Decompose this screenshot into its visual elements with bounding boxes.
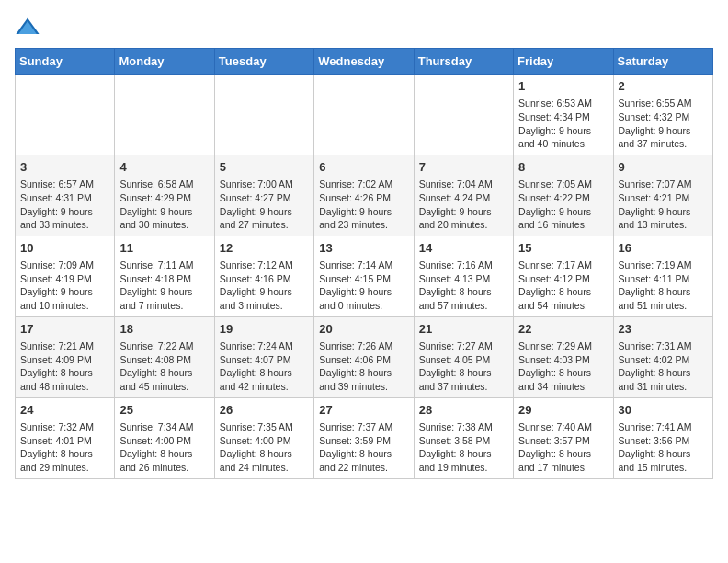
- day-info: Sunrise: 7:09 AM Sunset: 4:19 PM Dayligh…: [20, 259, 109, 313]
- day-number: 15: [518, 240, 608, 257]
- calendar-week-row: 1Sunrise: 6:53 AM Sunset: 4:34 PM Daylig…: [16, 75, 713, 155]
- calendar-cell: 13Sunrise: 7:14 AM Sunset: 4:15 PM Dayli…: [314, 236, 414, 316]
- calendar-cell: 9Sunrise: 7:07 AM Sunset: 4:21 PM Daylig…: [613, 155, 712, 236]
- column-header-saturday: Saturday: [613, 49, 712, 75]
- day-number: 12: [220, 240, 309, 257]
- calendar-cell: 27Sunrise: 7:37 AM Sunset: 3:59 PM Dayli…: [314, 397, 414, 478]
- day-info: Sunrise: 7:41 AM Sunset: 3:56 PM Dayligh…: [619, 420, 708, 475]
- day-info: Sunrise: 6:57 AM Sunset: 4:31 PM Dayligh…: [20, 178, 109, 232]
- calendar-cell: 7Sunrise: 7:04 AM Sunset: 4:24 PM Daylig…: [414, 155, 513, 236]
- day-info: Sunrise: 6:58 AM Sunset: 4:29 PM Dayligh…: [119, 178, 209, 232]
- day-info: Sunrise: 7:02 AM Sunset: 4:26 PM Dayligh…: [319, 178, 408, 232]
- calendar-cell: 16Sunrise: 7:19 AM Sunset: 4:11 PM Dayli…: [613, 236, 712, 316]
- logo: [15, 15, 44, 40]
- day-number: 24: [20, 402, 109, 419]
- day-number: 17: [20, 321, 109, 338]
- calendar-week-row: 10Sunrise: 7:09 AM Sunset: 4:19 PM Dayli…: [16, 236, 713, 316]
- page-header: [15, 15, 713, 40]
- calendar-cell: 11Sunrise: 7:11 AM Sunset: 4:18 PM Dayli…: [115, 236, 214, 316]
- day-number: 20: [319, 321, 408, 338]
- calendar-cell: 10Sunrise: 7:09 AM Sunset: 4:19 PM Dayli…: [16, 236, 115, 316]
- calendar-cell: 19Sunrise: 7:24 AM Sunset: 4:07 PM Dayli…: [214, 316, 313, 397]
- calendar-cell: 26Sunrise: 7:35 AM Sunset: 4:00 PM Dayli…: [214, 397, 313, 478]
- day-number: 19: [220, 321, 309, 338]
- day-number: 18: [119, 321, 209, 338]
- calendar-cell: 21Sunrise: 7:27 AM Sunset: 4:05 PM Dayli…: [414, 316, 513, 397]
- day-number: 21: [419, 321, 508, 338]
- day-number: 7: [419, 159, 508, 176]
- day-info: Sunrise: 7:32 AM Sunset: 4:01 PM Dayligh…: [20, 420, 109, 475]
- column-header-monday: Monday: [115, 49, 214, 75]
- column-header-tuesday: Tuesday: [214, 49, 313, 75]
- day-number: 10: [20, 240, 109, 257]
- calendar-cell: 14Sunrise: 7:16 AM Sunset: 4:13 PM Dayli…: [414, 236, 513, 316]
- day-number: 14: [419, 240, 508, 257]
- day-info: Sunrise: 7:37 AM Sunset: 3:59 PM Dayligh…: [319, 420, 408, 475]
- calendar-cell: [214, 75, 313, 155]
- calendar-cell: 17Sunrise: 7:21 AM Sunset: 4:09 PM Dayli…: [16, 316, 115, 397]
- day-number: 3: [20, 159, 109, 176]
- day-number: 9: [619, 159, 708, 176]
- day-number: 26: [220, 402, 309, 419]
- calendar-cell: 18Sunrise: 7:22 AM Sunset: 4:08 PM Dayli…: [115, 316, 214, 397]
- column-header-friday: Friday: [514, 49, 613, 75]
- day-info: Sunrise: 7:27 AM Sunset: 4:05 PM Dayligh…: [419, 339, 508, 394]
- day-info: Sunrise: 7:38 AM Sunset: 3:58 PM Dayligh…: [419, 420, 508, 475]
- calendar-week-row: 17Sunrise: 7:21 AM Sunset: 4:09 PM Dayli…: [16, 316, 713, 397]
- day-number: 8: [518, 159, 608, 176]
- calendar-cell: 25Sunrise: 7:34 AM Sunset: 4:00 PM Dayli…: [115, 397, 214, 478]
- column-header-wednesday: Wednesday: [314, 49, 414, 75]
- day-info: Sunrise: 7:21 AM Sunset: 4:09 PM Dayligh…: [20, 339, 109, 394]
- day-number: 13: [319, 240, 408, 257]
- calendar-cell: 12Sunrise: 7:12 AM Sunset: 4:16 PM Dayli…: [214, 236, 313, 316]
- calendar-week-row: 24Sunrise: 7:32 AM Sunset: 4:01 PM Dayli…: [16, 397, 713, 478]
- calendar-table: SundayMondayTuesdayWednesdayThursdayFrid…: [15, 48, 713, 479]
- day-info: Sunrise: 7:31 AM Sunset: 4:02 PM Dayligh…: [619, 339, 708, 394]
- column-header-sunday: Sunday: [16, 49, 115, 75]
- day-number: 4: [119, 159, 209, 176]
- day-info: Sunrise: 7:35 AM Sunset: 4:00 PM Dayligh…: [220, 420, 309, 475]
- day-number: 16: [619, 240, 708, 257]
- day-number: 6: [319, 159, 408, 176]
- day-info: Sunrise: 6:55 AM Sunset: 4:32 PM Dayligh…: [619, 97, 708, 151]
- calendar-cell: 23Sunrise: 7:31 AM Sunset: 4:02 PM Dayli…: [613, 316, 712, 397]
- calendar-week-row: 3Sunrise: 6:57 AM Sunset: 4:31 PM Daylig…: [16, 155, 713, 236]
- day-info: Sunrise: 7:19 AM Sunset: 4:11 PM Dayligh…: [619, 259, 708, 313]
- calendar-cell: [414, 75, 513, 155]
- calendar-cell: [314, 75, 414, 155]
- day-info: Sunrise: 7:04 AM Sunset: 4:24 PM Dayligh…: [419, 178, 508, 232]
- calendar-cell: 28Sunrise: 7:38 AM Sunset: 3:58 PM Dayli…: [414, 397, 513, 478]
- day-number: 22: [518, 321, 608, 338]
- calendar-cell: 22Sunrise: 7:29 AM Sunset: 4:03 PM Dayli…: [514, 316, 613, 397]
- day-info: Sunrise: 7:17 AM Sunset: 4:12 PM Dayligh…: [518, 259, 608, 313]
- calendar-cell: 20Sunrise: 7:26 AM Sunset: 4:06 PM Dayli…: [314, 316, 414, 397]
- calendar-cell: 3Sunrise: 6:57 AM Sunset: 4:31 PM Daylig…: [16, 155, 115, 236]
- calendar-cell: 8Sunrise: 7:05 AM Sunset: 4:22 PM Daylig…: [514, 155, 613, 236]
- day-number: 27: [319, 402, 408, 419]
- calendar-cell: 29Sunrise: 7:40 AM Sunset: 3:57 PM Dayli…: [514, 397, 613, 478]
- logo-icon: [15, 15, 40, 40]
- day-info: Sunrise: 7:40 AM Sunset: 3:57 PM Dayligh…: [518, 420, 608, 475]
- calendar-cell: 6Sunrise: 7:02 AM Sunset: 4:26 PM Daylig…: [314, 155, 414, 236]
- day-number: 25: [119, 402, 209, 419]
- day-info: Sunrise: 7:22 AM Sunset: 4:08 PM Dayligh…: [119, 339, 209, 394]
- calendar-cell: 2Sunrise: 6:55 AM Sunset: 4:32 PM Daylig…: [613, 75, 712, 155]
- day-info: Sunrise: 7:14 AM Sunset: 4:15 PM Dayligh…: [319, 259, 408, 313]
- calendar-cell: 15Sunrise: 7:17 AM Sunset: 4:12 PM Dayli…: [514, 236, 613, 316]
- calendar-cell: 4Sunrise: 6:58 AM Sunset: 4:29 PM Daylig…: [115, 155, 214, 236]
- day-info: Sunrise: 7:00 AM Sunset: 4:27 PM Dayligh…: [220, 178, 309, 232]
- day-info: Sunrise: 7:26 AM Sunset: 4:06 PM Dayligh…: [319, 339, 408, 394]
- day-info: Sunrise: 7:12 AM Sunset: 4:16 PM Dayligh…: [220, 259, 309, 313]
- day-info: Sunrise: 7:07 AM Sunset: 4:21 PM Dayligh…: [619, 178, 708, 232]
- day-number: 30: [619, 402, 708, 419]
- calendar-cell: [16, 75, 115, 155]
- day-info: Sunrise: 7:34 AM Sunset: 4:00 PM Dayligh…: [119, 420, 209, 475]
- day-info: Sunrise: 7:05 AM Sunset: 4:22 PM Dayligh…: [518, 178, 608, 232]
- day-number: 28: [419, 402, 508, 419]
- calendar-cell: 5Sunrise: 7:00 AM Sunset: 4:27 PM Daylig…: [214, 155, 313, 236]
- calendar-cell: [115, 75, 214, 155]
- day-info: Sunrise: 7:24 AM Sunset: 4:07 PM Dayligh…: [220, 339, 309, 394]
- calendar-cell: 1Sunrise: 6:53 AM Sunset: 4:34 PM Daylig…: [514, 75, 613, 155]
- column-header-thursday: Thursday: [414, 49, 513, 75]
- day-number: 5: [220, 159, 309, 176]
